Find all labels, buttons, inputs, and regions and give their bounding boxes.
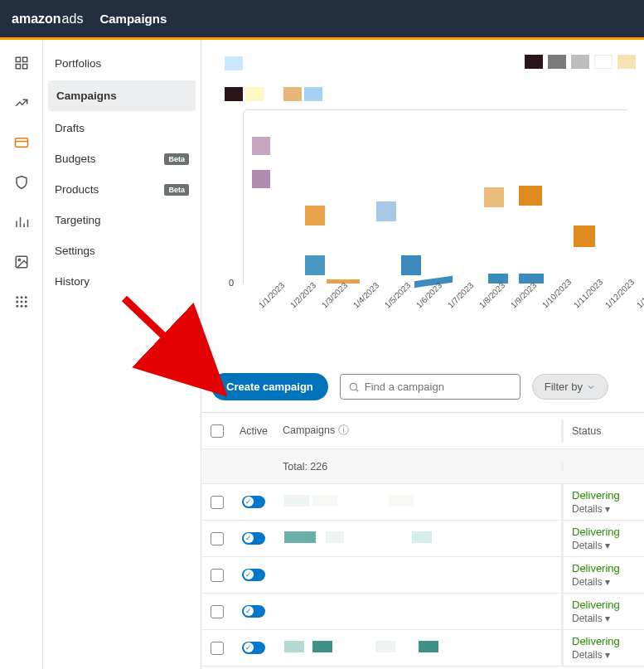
sidebar-item-campaigns[interactable]: Campaigns <box>48 80 196 111</box>
sidebar-item-label: Drafts <box>55 122 85 134</box>
campaign-name-cell[interactable] <box>274 525 561 552</box>
header-campaigns[interactable]: Campaigns ⓘ <box>274 419 561 443</box>
legend-swatch <box>617 55 636 69</box>
trend-icon[interactable] <box>13 95 30 111</box>
chart-plot[interactable]: 0 1/1/2023 1/2/2023 1/3/2023 1/4/2 <box>243 109 627 284</box>
x-tick: 1/9/2023 <box>509 280 538 309</box>
chart-bar <box>519 186 542 206</box>
row-checkbox[interactable] <box>211 569 224 582</box>
sidebar-item-drafts[interactable]: Drafts <box>43 113 201 143</box>
select-all-checkbox[interactable] <box>211 424 224 438</box>
table-total-row: Total: 226 <box>201 449 644 484</box>
header-active[interactable]: Active <box>233 425 274 437</box>
header-status[interactable]: Status <box>561 420 644 442</box>
campaign-name-cell[interactable] <box>274 488 561 516</box>
table-row: DeliveringDetails ▾ <box>201 630 644 667</box>
status-text: Delivering <box>572 526 636 538</box>
filter-button[interactable]: Filter by <box>532 374 608 400</box>
table-row: DeliveringDetails ▾ <box>201 521 644 557</box>
x-tick: 1/2/2023 <box>288 280 317 309</box>
svg-point-11 <box>18 259 20 260</box>
filter-label: Filter by <box>545 381 583 393</box>
status-text: Delivering <box>572 635 636 647</box>
top-bar: amazonads Campaigns <box>0 0 644 37</box>
table-row: DeliveringDetails ▾ <box>201 484 644 521</box>
details-label: Details <box>572 649 603 661</box>
svg-point-12 <box>16 296 18 298</box>
active-toggle[interactable] <box>242 532 265 545</box>
status-text: Delivering <box>572 599 636 611</box>
details-link[interactable]: Details ▾ <box>572 649 636 661</box>
info-icon[interactable]: ⓘ <box>338 424 349 436</box>
sidebar-item-targeting[interactable]: Targeting <box>43 205 201 235</box>
chart-bar <box>376 201 396 221</box>
svg-point-21 <box>350 383 356 390</box>
apps-icon[interactable] <box>13 293 30 310</box>
x-tick: 1/7/2023 <box>446 280 475 309</box>
row-checkbox[interactable] <box>211 642 224 655</box>
campaign-name-cell[interactable] <box>274 607 561 617</box>
search-box[interactable] <box>340 374 521 400</box>
svg-rect-0 <box>16 57 20 61</box>
sidebar-item-label: Budgets <box>55 153 96 165</box>
chart-legend-right <box>525 55 636 69</box>
row-checkbox[interactable] <box>211 605 224 618</box>
bars-icon[interactable] <box>13 214 30 230</box>
sidebar-item-label: Targeting <box>55 214 101 226</box>
details-link[interactable]: Details ▾ <box>572 613 636 624</box>
create-campaign-button[interactable]: Create campaign <box>211 373 328 400</box>
x-tick: 1/3/2023 <box>320 280 349 309</box>
grid-icon[interactable] <box>13 55 30 71</box>
details-link[interactable]: Details ▾ <box>572 503 636 515</box>
sidebar-item-label: Portfolios <box>55 57 101 70</box>
svg-point-14 <box>24 296 27 298</box>
campaign-name-cell[interactable] <box>274 634 561 662</box>
shield-icon[interactable] <box>13 174 30 191</box>
card-icon[interactable] <box>13 134 30 151</box>
chart-bar <box>574 225 595 247</box>
campaign-name-cell[interactable] <box>274 570 561 580</box>
chart-bar <box>252 170 270 188</box>
svg-point-19 <box>20 305 22 308</box>
sidebar-item-settings[interactable]: Settings <box>43 235 201 266</box>
active-toggle[interactable] <box>242 569 265 581</box>
x-tick: 1/13 <box>635 292 644 310</box>
svg-rect-1 <box>22 57 27 61</box>
image-icon[interactable] <box>13 254 30 270</box>
search-input[interactable] <box>365 381 512 393</box>
icon-rail <box>0 40 43 669</box>
details-link[interactable]: Details ▾ <box>572 540 636 551</box>
svg-point-16 <box>20 301 22 303</box>
legend-swatch <box>571 55 589 69</box>
sidebar-item-products[interactable]: ProductsBeta <box>43 174 201 205</box>
svg-line-22 <box>356 389 358 391</box>
status-text: Delivering <box>572 562 636 574</box>
active-toggle[interactable] <box>242 605 265 618</box>
sidebar-item-portfolios[interactable]: Portfolios <box>43 48 201 79</box>
beta-badge: Beta <box>164 184 189 196</box>
campaigns-table: Active Campaigns ⓘ Status Total: 226 Del… <box>201 412 644 667</box>
sidebar: Portfolios Campaigns Drafts BudgetsBeta … <box>43 40 201 669</box>
legend-swatch <box>548 55 566 69</box>
status-text: Delivering <box>572 489 636 502</box>
table-row: DeliveringDetails ▾ <box>201 557 644 594</box>
active-toggle[interactable] <box>242 642 265 654</box>
row-checkbox[interactable] <box>211 532 224 545</box>
legend-swatch <box>594 55 613 69</box>
details-label: Details <box>572 503 603 515</box>
sidebar-item-history[interactable]: History <box>43 266 201 297</box>
sidebar-item-label: Campaigns <box>56 90 117 102</box>
sidebar-item-budgets[interactable]: BudgetsBeta <box>43 143 201 174</box>
active-toggle[interactable] <box>242 496 265 508</box>
svg-rect-4 <box>15 138 27 148</box>
chart-bar <box>252 137 270 155</box>
logo-suffix: ads <box>62 12 84 27</box>
amazon-ads-logo[interactable]: amazonads <box>12 12 83 27</box>
details-link[interactable]: Details ▾ <box>572 576 636 588</box>
row-checkbox[interactable] <box>211 496 224 509</box>
toolbar: Create campaign Filter by <box>201 365 644 409</box>
total-label: Total: 226 <box>274 456 561 478</box>
details-label: Details <box>572 613 603 624</box>
logo-text: amazon <box>12 12 61 27</box>
sidebar-item-label: History <box>55 275 90 288</box>
